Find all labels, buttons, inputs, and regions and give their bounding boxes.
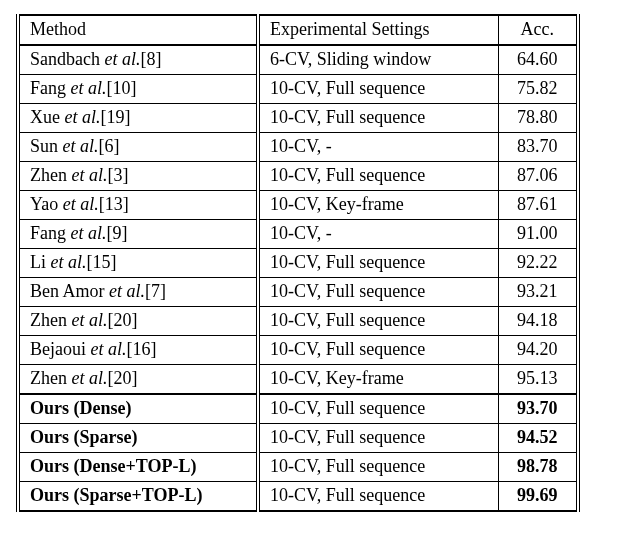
author: Li [30, 252, 51, 272]
settings-cell: 10-CV, Full sequence [258, 307, 498, 336]
ref: [8] [140, 49, 161, 69]
ours-method-cell: Ours (Sparse+TOP-L) [18, 482, 258, 512]
ref: [15] [87, 252, 117, 272]
author: Yao [30, 194, 63, 214]
method-cell: Sun et al.[6] [18, 133, 258, 162]
results-table: MethodExperimental SettingsAcc.Sandbach … [16, 14, 580, 512]
header-settings: Experimental Settings [258, 15, 498, 45]
ours-acc-cell: 94.52 [498, 424, 578, 453]
ours-settings-cell: 10-CV, Full sequence [258, 424, 498, 453]
acc-cell: 78.80 [498, 104, 578, 133]
acc-cell: 92.22 [498, 249, 578, 278]
method-cell: Ben Amor et al.[7] [18, 278, 258, 307]
etal: et al. [91, 339, 127, 359]
author: Fang [30, 223, 71, 243]
etal: et al. [109, 281, 145, 301]
acc-cell: 95.13 [498, 365, 578, 395]
etal: et al. [71, 310, 107, 330]
ours-acc-cell: 93.70 [498, 394, 578, 424]
settings-cell: 10-CV, Key-frame [258, 365, 498, 395]
author: Fang [30, 78, 71, 98]
ref: [10] [107, 78, 137, 98]
ref: [6] [99, 136, 120, 156]
acc-cell: 83.70 [498, 133, 578, 162]
acc-cell: 94.20 [498, 336, 578, 365]
author: Sun [30, 136, 63, 156]
header-method: Method [18, 15, 258, 45]
acc-cell: 75.82 [498, 75, 578, 104]
etal: et al. [63, 194, 99, 214]
etal: et al. [65, 107, 101, 127]
settings-cell: 10-CV, Full sequence [258, 278, 498, 307]
acc-cell: 93.21 [498, 278, 578, 307]
ref: [13] [99, 194, 129, 214]
method-cell: Zhen et al.[20] [18, 307, 258, 336]
ref: [7] [145, 281, 166, 301]
acc-cell: 87.06 [498, 162, 578, 191]
ours-settings-cell: 10-CV, Full sequence [258, 394, 498, 424]
settings-cell: 10-CV, Full sequence [258, 249, 498, 278]
settings-cell: 10-CV, - [258, 133, 498, 162]
ref: [20] [107, 368, 137, 388]
settings-cell: 10-CV, Key-frame [258, 191, 498, 220]
etal: et al. [71, 78, 107, 98]
method-cell: Yao et al.[13] [18, 191, 258, 220]
author: Bejaoui [30, 339, 91, 359]
ref: [3] [107, 165, 128, 185]
method-cell: Zhen et al.[3] [18, 162, 258, 191]
ref: [20] [107, 310, 137, 330]
settings-cell: 10-CV, Full sequence [258, 162, 498, 191]
method-cell: Fang et al.[9] [18, 220, 258, 249]
method-cell: Bejaoui et al.[16] [18, 336, 258, 365]
method-cell: Fang et al.[10] [18, 75, 258, 104]
header-acc: Acc. [498, 15, 578, 45]
ref: [19] [101, 107, 131, 127]
author: Sandbach [30, 49, 104, 69]
ours-acc-cell: 98.78 [498, 453, 578, 482]
ours-settings-cell: 10-CV, Full sequence [258, 453, 498, 482]
ours-method-cell: Ours (Dense+TOP-L) [18, 453, 258, 482]
acc-cell: 87.61 [498, 191, 578, 220]
method-cell: Li et al.[15] [18, 249, 258, 278]
etal: et al. [104, 49, 140, 69]
etal: et al. [63, 136, 99, 156]
ours-settings-cell: 10-CV, Full sequence [258, 482, 498, 512]
ours-method-cell: Ours (Dense) [18, 394, 258, 424]
etal: et al. [51, 252, 87, 272]
etal: et al. [71, 165, 107, 185]
settings-cell: 10-CV, Full sequence [258, 104, 498, 133]
author: Zhen [30, 310, 71, 330]
acc-cell: 94.18 [498, 307, 578, 336]
etal: et al. [71, 223, 107, 243]
method-cell: Sandbach et al.[8] [18, 45, 258, 75]
acc-cell: 64.60 [498, 45, 578, 75]
author: Xue [30, 107, 65, 127]
ours-method-cell: Ours (Sparse) [18, 424, 258, 453]
settings-cell: 10-CV, Full sequence [258, 75, 498, 104]
acc-cell: 91.00 [498, 220, 578, 249]
etal: et al. [71, 368, 107, 388]
author: Zhen [30, 165, 71, 185]
ref: [9] [107, 223, 128, 243]
settings-cell: 10-CV, Full sequence [258, 336, 498, 365]
ours-acc-cell: 99.69 [498, 482, 578, 512]
author: Zhen [30, 368, 71, 388]
ref: [16] [127, 339, 157, 359]
author: Ben Amor [30, 281, 109, 301]
settings-cell: 6-CV, Sliding window [258, 45, 498, 75]
method-cell: Xue et al.[19] [18, 104, 258, 133]
method-cell: Zhen et al.[20] [18, 365, 258, 395]
settings-cell: 10-CV, - [258, 220, 498, 249]
